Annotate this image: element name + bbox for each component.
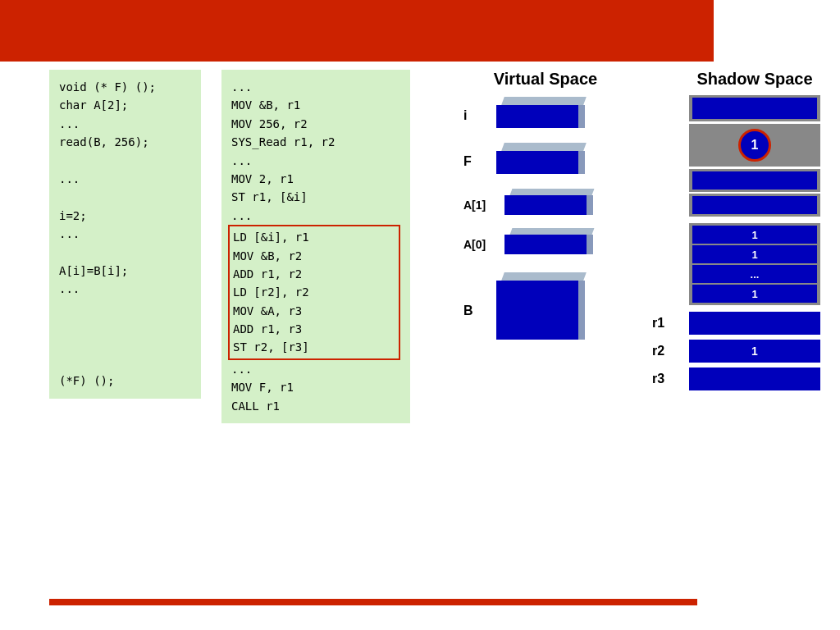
source-line-7: ... [59, 227, 80, 240]
label-A0: A[0] [463, 238, 486, 251]
source-line-10: (*F) (); [59, 374, 114, 387]
asm-hl-5: MOV &A, r3 [233, 304, 302, 317]
asm-hl-2: MOV &B, r2 [233, 249, 302, 262]
source-line-3: ... [59, 117, 80, 130]
virtual-row-A0: A[0] [463, 228, 628, 264]
asm-line-5: ... [231, 154, 252, 167]
asm-line-11: CALL r1 [231, 399, 280, 413]
shadow-space-title: Shadow Space [689, 70, 820, 89]
asm-hl-7: ST r2, [r3] [233, 340, 309, 354]
asm-hl-4: LD [r2], r2 [233, 285, 309, 299]
shadow-block-A0 [689, 194, 820, 217]
shadow-row-r2: r2 1 [689, 340, 820, 363]
header-bar [0, 0, 714, 62]
assembly-panel: ... MOV &B, r1 MOV 256, r2 SYS_Read r1, … [221, 70, 410, 423]
asm-line-1: ... [231, 80, 252, 94]
asm-line-8: ... [231, 209, 252, 222]
virtual-row-F: F [463, 143, 628, 182]
label-B: B [463, 304, 473, 318]
shadow-block-A1 [689, 169, 820, 192]
footer-line [49, 599, 697, 605]
shadow-block-F: 1 [689, 124, 820, 167]
source-line-4: read(B, 256); [59, 135, 149, 148]
source-line-2: char A[2]; [59, 98, 128, 112]
label-r2: r2 [652, 344, 664, 358]
asm-highlight-block: LD [&i], r1 MOV &B, r2 ADD r1, r2 LD [r2… [228, 225, 400, 360]
source-line-6: i=2; [59, 209, 87, 222]
asm-line-10: MOV F, r1 [231, 381, 294, 394]
source-line-1: void (* F) (); [59, 80, 156, 94]
label-i: i [463, 108, 467, 123]
virtual-space-column: Virtual Space i F A[1] A[0] [463, 70, 628, 353]
asm-line-9: ... [231, 363, 252, 376]
shadow-block-i [689, 95, 820, 121]
label-r1: r1 [652, 316, 664, 331]
virtual-space-title: Virtual Space [463, 70, 628, 89]
label-r3: r3 [652, 372, 664, 386]
virtual-row-B: B [463, 272, 628, 346]
shadow-circle-F: 1 [738, 129, 771, 162]
shadow-row-r1: r1 [689, 312, 820, 335]
virtual-row-i: i [463, 97, 628, 136]
asm-line-2: MOV &B, r1 [231, 98, 300, 112]
source-line-5: ... [59, 172, 80, 185]
asm-line-4: SYS_Read r1, r2 [231, 135, 335, 148]
asm-line-7: ST r1, [&i] [231, 190, 308, 203]
shadow-block-B: 1 1 ... 1 [689, 223, 820, 305]
asm-hl-6: ADD r1, r3 [233, 322, 302, 336]
label-A1: A[1] [463, 199, 486, 212]
label-F: F [463, 154, 472, 169]
shadow-row-r3: r3 [689, 368, 820, 390]
source-line-8: A[i]=B[i]; [59, 264, 128, 277]
shadow-space-column: Shadow Space 1 1 1 ... 1 r1 r2 1 r3 [689, 70, 820, 395]
asm-hl-1: LD [&i], r1 [233, 231, 309, 244]
asm-hl-3: ADD r1, r2 [233, 267, 302, 281]
asm-line-6: MOV 2, r1 [231, 172, 294, 185]
asm-line-3: MOV 256, r2 [231, 117, 308, 130]
virtual-row-A1: A[1] [463, 189, 628, 225]
source-line-9: ... [59, 282, 80, 295]
source-code-panel: void (* F) (); char A[2]; ... read(B, 25… [49, 70, 201, 399]
